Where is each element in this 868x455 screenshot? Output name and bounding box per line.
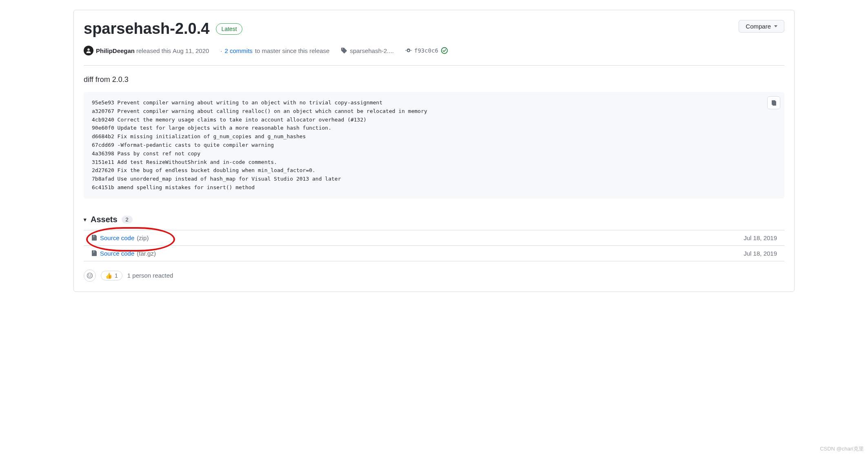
- assets-count: 2: [122, 216, 133, 223]
- asset-row: Source code (zip) Jul 18, 2019: [84, 230, 784, 246]
- tag-icon: [341, 47, 347, 54]
- tag-item[interactable]: sparsehash-2....: [341, 47, 394, 54]
- commits-info: · 2 commits to master since this release: [220, 47, 329, 54]
- asset-link-targz[interactable]: Source code (tar.gz): [91, 250, 156, 257]
- asset-link-zip[interactable]: Source code (zip): [91, 234, 149, 241]
- asset-row: Source code (tar.gz) Jul 18, 2019: [84, 246, 784, 261]
- release-meta-row: PhilipDeegan released this Aug 11, 2020 …: [84, 46, 784, 55]
- diff-title: diff from 2.0.3: [84, 75, 784, 84]
- asset-list: Source code (zip) Jul 18, 2019 Source co…: [84, 230, 784, 261]
- compare-label: Compare: [746, 23, 771, 30]
- avatar[interactable]: [84, 46, 93, 55]
- svg-point-0: [87, 49, 89, 51]
- release-card: sparsehash-2.0.4 Latest Compare PhilipDe…: [73, 10, 795, 292]
- thumbs-up-reaction[interactable]: 👍 1: [101, 271, 122, 281]
- zip-icon: [91, 250, 98, 256]
- zip-icon: [91, 234, 98, 241]
- asset-ext: (zip): [137, 234, 149, 241]
- reaction-count: 1: [115, 272, 118, 279]
- chevron-down-icon: [774, 25, 777, 27]
- release-title: sparsehash-2.0.4: [84, 20, 209, 38]
- asset-ext: (tar.gz): [137, 250, 156, 257]
- asset-date: Jul 18, 2019: [744, 250, 777, 257]
- author-link[interactable]: PhilipDeegan: [96, 47, 135, 54]
- assets-toggle[interactable]: ▾ Assets 2: [84, 215, 784, 224]
- release-title-row: sparsehash-2.0.4 Latest: [84, 20, 242, 38]
- asset-date: Jul 18, 2019: [744, 234, 777, 241]
- released-text: released this: [136, 47, 171, 54]
- verified-icon: [441, 47, 448, 54]
- reactions-row: 👍 1 1 person reacted: [84, 269, 784, 282]
- code-block: 95e5e93 Prevent compiler warning about w…: [84, 92, 784, 199]
- commits-link[interactable]: 2 commits: [225, 47, 253, 54]
- svg-point-2: [87, 273, 93, 278]
- copy-button[interactable]: [767, 96, 780, 109]
- release-date: Aug 11, 2020: [173, 47, 209, 54]
- caret-down-icon: ▾: [84, 216, 87, 223]
- asset-name: Source code: [100, 234, 134, 241]
- svg-point-3: [89, 275, 89, 275]
- author-block: PhilipDeegan released this Aug 11, 2020: [84, 46, 209, 55]
- asset-name: Source code: [100, 250, 134, 257]
- commit-sha: f93c0c6: [414, 47, 438, 54]
- divider: [84, 65, 784, 66]
- release-header: sparsehash-2.0.4 Latest Compare: [84, 20, 784, 46]
- latest-badge: Latest: [216, 23, 242, 35]
- commits-suffix: to master since this release: [255, 47, 330, 54]
- compare-button[interactable]: Compare: [739, 20, 784, 33]
- commit-icon: [405, 47, 412, 54]
- add-reaction-button[interactable]: [84, 269, 96, 282]
- commit-item[interactable]: f93c0c6: [405, 47, 448, 54]
- smiley-icon: [87, 272, 93, 279]
- code-content: 95e5e93 Prevent compiler warning about w…: [92, 99, 427, 190]
- svg-point-4: [91, 275, 91, 275]
- reaction-summary: 1 person reacted: [127, 272, 173, 279]
- assets-label: Assets: [91, 215, 118, 224]
- thumbs-up-icon: 👍: [105, 272, 112, 279]
- copy-icon: [770, 99, 777, 106]
- tag-name: sparsehash-2....: [350, 47, 394, 54]
